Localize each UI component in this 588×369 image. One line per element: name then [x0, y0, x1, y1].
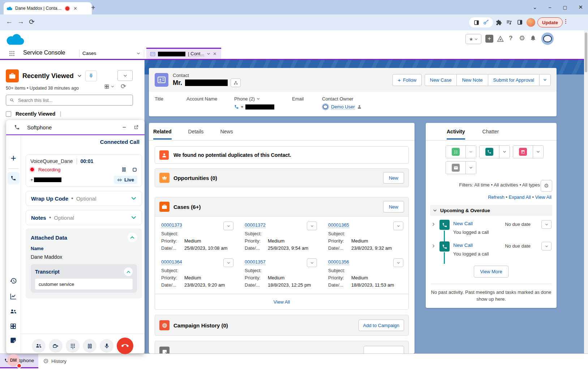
item-menu-button[interactable] — [541, 220, 551, 229]
list-view-title[interactable]: Recently Viewed — [22, 72, 74, 80]
page-scrollbar[interactable] — [584, 30, 588, 353]
transcript-collapse-button[interactable] — [124, 267, 133, 276]
transcript-value[interactable]: customer service — [35, 279, 133, 289]
new-case-button[interactable]: New Case — [425, 74, 457, 86]
browser-back-button[interactable]: ← — [6, 18, 13, 26]
case-link[interactable]: 00001372 — [245, 222, 266, 228]
display-as-button[interactable] — [104, 84, 114, 89]
page-scrollbar-thumb[interactable] — [585, 33, 587, 72]
history-icon[interactable] — [10, 277, 17, 284]
upcoming-overdue-section[interactable]: Upcoming & Overdue — [430, 205, 552, 216]
browser-tab[interactable]: Dane Maddox | Contact | Sal ✕ — [4, 2, 92, 14]
end-call-button[interactable] — [117, 338, 133, 354]
user-avatar[interactable] — [541, 33, 554, 45]
new-tab-button[interactable]: + — [91, 4, 95, 12]
browser-reload-button[interactable]: ⟳ — [29, 18, 35, 26]
cases-view-all-link[interactable]: View All — [274, 299, 290, 305]
favorites-star-icon[interactable]: ★ — [469, 37, 473, 42]
live-badge[interactable]: Live — [114, 176, 137, 184]
list-row-partial[interactable]: Recently Viewed | — [6, 111, 61, 117]
new-opportunity-button[interactable]: New — [383, 172, 404, 184]
side-panel-icon[interactable] — [517, 19, 523, 25]
case-menu-button[interactable] — [393, 258, 403, 267]
list-view-chevron-icon[interactable] — [77, 74, 82, 78]
expand-chevron-icon[interactable] — [432, 244, 435, 248]
notifications-bell-icon[interactable] — [530, 35, 536, 41]
favorites-chevron-icon[interactable] — [475, 38, 478, 41]
minimize-icon[interactable]: − — [122, 125, 126, 129]
case-link[interactable]: 00001373 — [161, 222, 182, 228]
follow-button[interactable]: + Follow — [392, 74, 421, 86]
submit-for-approval-button[interactable]: Submit for Approval — [488, 74, 540, 86]
browser-update-button[interactable]: Update — [537, 17, 563, 27]
global-actions-icon[interactable]: + — [485, 35, 493, 43]
tab-news[interactable]: News — [220, 124, 233, 140]
utility-history-tab[interactable]: History — [43, 354, 66, 368]
add-to-campaign-button[interactable]: Add to Campaign — [359, 319, 404, 331]
tab-chevron-icon[interactable] — [207, 52, 210, 56]
browser-forward-button[interactable]: → — [17, 18, 24, 26]
conference-button[interactable] — [32, 339, 46, 353]
cases-title[interactable]: Cases (6+) — [173, 204, 201, 210]
setup-gear-icon[interactable]: ⚙ — [519, 34, 525, 42]
contacts-icon[interactable] — [10, 308, 17, 315]
new-event-button[interactable] — [513, 146, 533, 158]
wrapup-section[interactable]: Wrap Up Code • Optional — [26, 191, 142, 206]
analytics-icon[interactable] — [10, 293, 17, 300]
app-launcher-waffle-icon[interactable] — [9, 50, 15, 57]
case-link[interactable]: 00001364 — [161, 259, 182, 265]
case-menu-button[interactable] — [223, 222, 233, 230]
playlist-icon[interactable] — [506, 19, 512, 26]
task-chevron-button[interactable] — [465, 146, 476, 158]
list-search[interactable] — [6, 95, 133, 106]
list-actions-menu-button[interactable] — [117, 70, 133, 81]
window-maximize-button[interactable]: ▢ — [563, 5, 567, 10]
list-search-input[interactable] — [17, 97, 129, 103]
dialpad-button[interactable] — [66, 339, 80, 353]
view-more-button[interactable]: View More — [474, 266, 508, 278]
log-call-button[interactable] — [480, 146, 499, 158]
console-tab-contact[interactable]: | Cont... ✕ — [146, 48, 221, 59]
collapse-button[interactable] — [128, 233, 137, 242]
stop-recording-icon[interactable] — [132, 167, 137, 172]
help-icon[interactable]: ? — [509, 35, 512, 42]
softphone-calls-view-button[interactable] — [7, 172, 20, 184]
case-menu-button[interactable] — [393, 222, 403, 230]
hold-button[interactable] — [83, 339, 96, 353]
tab-chatter[interactable]: Chatter — [482, 124, 499, 140]
tab-search-chevron-icon[interactable]: ⌄ — [533, 4, 537, 10]
tab-close-icon[interactable]: ✕ — [73, 6, 77, 11]
case-menu-button[interactable] — [307, 258, 317, 267]
hierarchy-button[interactable] — [231, 78, 241, 87]
email-button[interactable] — [446, 162, 465, 174]
campaign-history-title[interactable]: Campaign History (0) — [173, 322, 228, 329]
new-note-button[interactable]: New Note — [457, 74, 488, 86]
window-close-button[interactable]: ✕ — [578, 4, 583, 10]
popout-icon[interactable] — [133, 125, 139, 130]
notes-section[interactable]: Notes • Optional — [26, 210, 142, 225]
change-owner-icon[interactable] — [357, 104, 362, 109]
refresh-icon[interactable]: ⟳ — [121, 82, 126, 90]
new-call-link[interactable]: New Call — [453, 243, 473, 248]
mute-button[interactable] — [100, 339, 113, 353]
extension-reader-icon[interactable] — [473, 20, 480, 26]
owner-link[interactable]: Demo User — [331, 104, 355, 110]
chevron-down-icon[interactable] — [131, 215, 137, 220]
tab-close-icon[interactable]: ✕ — [213, 51, 216, 56]
tab-activity[interactable]: Activity — [447, 124, 465, 140]
opportunities-title[interactable]: Opportunities (0) — [173, 175, 217, 181]
pause-recording-icon[interactable] — [121, 167, 127, 172]
more-actions-chevron-button[interactable] — [540, 74, 550, 86]
chevron-down-icon[interactable] — [137, 52, 140, 55]
event-chevron-button[interactable] — [533, 146, 543, 158]
apps-grid-icon[interactable] — [10, 323, 17, 330]
phone-chevron-icon[interactable] — [257, 97, 260, 100]
view-all-link[interactable]: View All — [535, 194, 551, 200]
tab-related[interactable]: Related — [153, 124, 172, 140]
refresh-link[interactable]: Refresh — [488, 194, 505, 200]
softphone-add-button[interactable]: + — [6, 153, 21, 164]
case-link[interactable]: 00001365 — [328, 222, 349, 228]
expand-chevron-icon[interactable] — [432, 222, 435, 226]
nav-item-cases[interactable]: Cases — [82, 48, 140, 59]
case-link[interactable]: 00001356 — [328, 259, 349, 265]
